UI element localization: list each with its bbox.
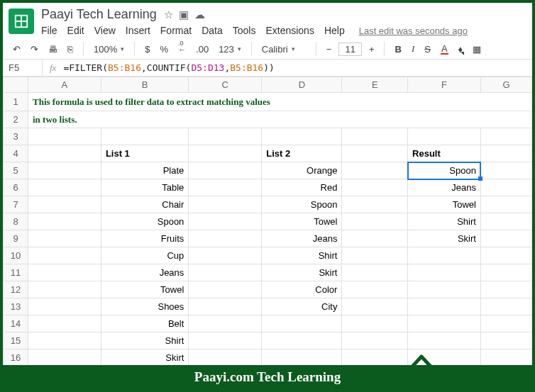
col-a[interactable]: A xyxy=(28,77,101,93)
cell-f5[interactable]: Spoon xyxy=(408,162,481,179)
cell-b6[interactable]: Table xyxy=(101,179,188,196)
cell-b16[interactable]: Skirt xyxy=(101,349,188,366)
cell-b11[interactable]: Jeans xyxy=(101,264,188,281)
cell-d11[interactable]: Skirt xyxy=(262,264,342,281)
borders-button[interactable]: ▦ xyxy=(470,43,484,56)
undo-button[interactable]: ↶ xyxy=(10,43,23,56)
cell-f16[interactable] xyxy=(408,349,481,366)
col-f[interactable]: F xyxy=(408,77,481,93)
cell-g10[interactable] xyxy=(480,247,531,264)
col-d[interactable]: D xyxy=(262,77,342,93)
cell-d5[interactable]: Orange xyxy=(262,162,342,179)
cell-c6[interactable] xyxy=(189,179,262,196)
row-header[interactable]: 16 xyxy=(4,349,28,366)
last-edit[interactable]: Last edit was seconds ago xyxy=(359,26,468,36)
cell-g6[interactable] xyxy=(480,179,531,196)
cell-b5[interactable]: Plate xyxy=(101,162,188,179)
col-c[interactable]: C xyxy=(189,77,262,93)
row-header[interactable]: 4 xyxy=(4,145,28,162)
cell-g16[interactable] xyxy=(480,349,531,366)
cell-c4[interactable] xyxy=(189,145,262,162)
cell-c16[interactable] xyxy=(189,349,262,366)
cell-b10[interactable]: Cup xyxy=(101,247,188,264)
cell-b13[interactable]: Shoes xyxy=(101,298,188,315)
paint-format-button[interactable]: ⎘ xyxy=(65,43,76,56)
menu-file[interactable]: File xyxy=(41,25,57,36)
font-select[interactable]: Calibri xyxy=(259,43,309,56)
cell-a13[interactable] xyxy=(28,298,101,315)
cell-a2[interactable]: in two lists. xyxy=(28,111,531,128)
cell-e6[interactable] xyxy=(342,179,408,196)
cell-c5[interactable] xyxy=(189,162,262,179)
col-b[interactable]: B xyxy=(101,77,188,93)
cell-d12[interactable]: Color xyxy=(262,281,342,298)
select-all[interactable] xyxy=(4,77,28,93)
cell-c7[interactable] xyxy=(189,196,262,213)
cell-e10[interactable] xyxy=(342,247,408,264)
row-header[interactable]: 12 xyxy=(4,281,28,298)
cell-f13[interactable] xyxy=(408,298,481,315)
cell-g9[interactable] xyxy=(480,230,531,247)
row-header[interactable]: 13 xyxy=(4,298,28,315)
row-header[interactable]: 3 xyxy=(4,128,28,145)
doc-title[interactable]: Paayi Tech Learning xyxy=(41,7,157,22)
dec-decrease-button[interactable]: .0← xyxy=(175,43,189,56)
cell-a11[interactable] xyxy=(28,264,101,281)
cell-a6[interactable] xyxy=(28,179,101,196)
cell-b14[interactable]: Belt xyxy=(101,315,188,332)
cell-a3[interactable] xyxy=(28,128,101,145)
bold-button[interactable]: B xyxy=(392,43,404,56)
cell-g14[interactable] xyxy=(480,315,531,332)
cell-a10[interactable] xyxy=(28,247,101,264)
cell-d3[interactable] xyxy=(262,128,342,145)
currency-button[interactable]: $ xyxy=(142,43,153,56)
cell-d15[interactable] xyxy=(262,332,342,349)
menu-format[interactable]: Format xyxy=(160,25,192,36)
zoom-select[interactable]: 100% xyxy=(91,43,127,56)
cell-d9[interactable]: Jeans xyxy=(262,230,342,247)
cell-b15[interactable]: Shirt xyxy=(101,332,188,349)
menu-data[interactable]: Data xyxy=(202,25,223,36)
menu-help[interactable]: Help xyxy=(324,25,345,36)
cell-d6[interactable]: Red xyxy=(262,179,342,196)
cell-g13[interactable] xyxy=(480,298,531,315)
percent-button[interactable]: % xyxy=(157,43,171,56)
font-dec-button[interactable]: − xyxy=(324,43,335,56)
cell-a7[interactable] xyxy=(28,196,101,213)
cell-f14[interactable] xyxy=(408,315,481,332)
cell-g8[interactable] xyxy=(480,213,531,230)
row-header[interactable]: 1 xyxy=(4,93,28,111)
star-icon[interactable]: ☆ xyxy=(164,9,173,21)
cell-g4[interactable] xyxy=(480,145,531,162)
row-header[interactable]: 9 xyxy=(4,230,28,247)
cell-g11[interactable] xyxy=(480,264,531,281)
menu-edit[interactable]: Edit xyxy=(67,25,84,36)
col-e[interactable]: E xyxy=(342,77,408,93)
cell-d7[interactable]: Spoon xyxy=(262,196,342,213)
cell-e5[interactable] xyxy=(342,162,408,179)
cell-f11[interactable] xyxy=(408,264,481,281)
italic-button[interactable]: I xyxy=(409,42,417,56)
cell-d4[interactable]: List 2 xyxy=(262,145,342,162)
cell-e9[interactable] xyxy=(342,230,408,247)
cell-e12[interactable] xyxy=(342,281,408,298)
cell-e14[interactable] xyxy=(342,315,408,332)
row-header[interactable]: 10 xyxy=(4,247,28,264)
cell-e4[interactable] xyxy=(342,145,408,162)
cell-g12[interactable] xyxy=(480,281,531,298)
cell-e15[interactable] xyxy=(342,332,408,349)
cell-c9[interactable] xyxy=(189,230,262,247)
menu-insert[interactable]: Insert xyxy=(126,25,150,36)
cell-d13[interactable]: City xyxy=(262,298,342,315)
strike-button[interactable]: S xyxy=(421,43,434,56)
cell-c8[interactable] xyxy=(189,213,262,230)
row-header[interactable]: 2 xyxy=(4,111,28,128)
cell-f8[interactable]: Shirt xyxy=(408,213,481,230)
cell-b9[interactable]: Fruits xyxy=(101,230,188,247)
cell-f12[interactable] xyxy=(408,281,481,298)
cell-b7[interactable]: Chair xyxy=(101,196,188,213)
cell-a9[interactable] xyxy=(28,230,101,247)
cell-c14[interactable] xyxy=(189,315,262,332)
cell-a15[interactable] xyxy=(28,332,101,349)
move-icon[interactable]: ▣ xyxy=(179,9,189,21)
